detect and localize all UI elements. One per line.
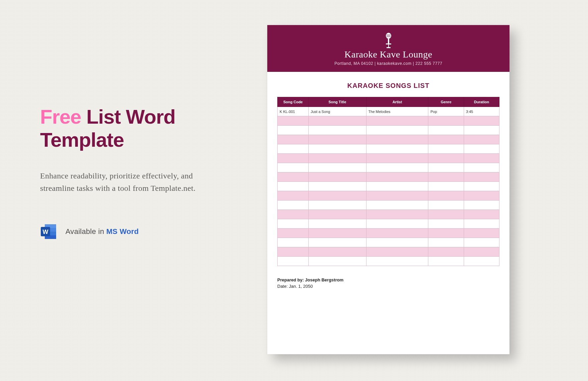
table-row — [278, 116, 499, 126]
cell-artist — [366, 163, 428, 172]
cell-title — [308, 182, 366, 191]
col-header-duration: Duration — [464, 97, 499, 107]
prepared-block: Prepared by: Joseph Bergstrom Date: Jan.… — [277, 277, 499, 289]
promo-text-block: Free List Word Template Enhance readabil… — [40, 105, 237, 240]
subtext: Enhance readability, prioritize effectiv… — [40, 170, 227, 195]
cell-artist — [366, 126, 428, 135]
cell-code — [278, 135, 309, 144]
cell-artist — [366, 116, 428, 126]
table-row — [278, 219, 499, 229]
table-row — [278, 201, 499, 210]
availability-app: MS Word — [106, 227, 139, 236]
cell-title — [308, 144, 366, 154]
svg-rect-9 — [386, 43, 391, 44]
cell-title — [308, 210, 366, 219]
cell-genre — [428, 247, 464, 257]
table-row — [278, 144, 499, 154]
availability-prefix: Available in — [65, 227, 106, 236]
cell-title — [308, 172, 366, 182]
cell-duration — [464, 201, 499, 210]
cell-genre — [428, 238, 464, 247]
cell-title — [308, 154, 366, 163]
cell-title — [308, 135, 366, 144]
cell-code — [278, 229, 309, 238]
date-value: Jan. 1, 2050 — [289, 284, 313, 289]
cell-genre: Pop — [428, 107, 464, 116]
table-row — [278, 210, 499, 219]
cell-duration — [464, 116, 499, 126]
cell-genre — [428, 172, 464, 182]
cell-title — [308, 247, 366, 257]
cell-genre — [428, 229, 464, 238]
cell-duration — [464, 182, 499, 191]
table-row — [278, 163, 499, 172]
headline-free: Free — [40, 106, 81, 128]
cell-title — [308, 116, 366, 126]
cell-artist — [366, 229, 428, 238]
cell-code — [278, 257, 309, 266]
cell-code — [278, 116, 309, 126]
microphone-icon — [382, 32, 395, 48]
cell-code: K KL-001 — [278, 107, 309, 116]
cell-genre — [428, 210, 464, 219]
ms-word-icon: W — [40, 223, 57, 240]
cell-artist — [366, 172, 428, 182]
cell-genre — [428, 154, 464, 163]
cell-genre — [428, 219, 464, 229]
cell-code — [278, 144, 309, 154]
cell-duration — [464, 191, 499, 201]
cell-genre — [428, 126, 464, 135]
cell-code — [278, 238, 309, 247]
cell-genre — [428, 135, 464, 144]
cell-code — [278, 247, 309, 257]
cell-artist: The Melodies — [366, 107, 428, 116]
date-label: Date: — [277, 284, 289, 289]
headline: Free List Word Template — [40, 105, 237, 151]
table-row: K KL-001Just a SongThe MelodiesPop3:45 — [278, 107, 499, 116]
table-row — [278, 238, 499, 247]
availability-text: Available in MS Word — [65, 227, 139, 236]
svg-rect-11 — [387, 47, 391, 48]
cell-artist — [366, 182, 428, 191]
cell-genre — [428, 182, 464, 191]
cell-duration — [464, 126, 499, 135]
brand-name: Karaoke Kave Lounge — [271, 49, 506, 60]
date-line: Date: Jan. 1, 2050 — [277, 284, 499, 289]
table-row — [278, 154, 499, 163]
cell-title — [308, 163, 366, 172]
cell-code — [278, 219, 309, 229]
col-header-artist: Artist — [366, 97, 428, 107]
cell-title: Just a Song — [308, 107, 366, 116]
prepared-label: Prepared by: — [277, 277, 305, 282]
cell-genre — [428, 191, 464, 201]
cell-code — [278, 191, 309, 201]
svg-rect-10 — [388, 44, 389, 47]
cell-duration — [464, 172, 499, 182]
cell-artist — [366, 154, 428, 163]
svg-text:W: W — [43, 229, 48, 235]
cell-duration — [464, 154, 499, 163]
cell-genre — [428, 163, 464, 172]
cell-duration: 3:45 — [464, 107, 499, 116]
cell-title — [308, 238, 366, 247]
cell-artist — [366, 257, 428, 266]
table-row — [278, 229, 499, 238]
cell-duration — [464, 257, 499, 266]
cell-code — [278, 163, 309, 172]
doc-header: Karaoke Kave Lounge Portland, MA 04102 |… — [267, 25, 509, 72]
cell-artist — [366, 135, 428, 144]
brand-subline: Portland, MA 04102 | karaokekave.com | 2… — [271, 61, 506, 66]
cell-artist — [366, 201, 428, 210]
cell-title — [308, 126, 366, 135]
cell-genre — [428, 116, 464, 126]
table-row — [278, 247, 499, 257]
cell-artist — [366, 219, 428, 229]
cell-duration — [464, 229, 499, 238]
cell-duration — [464, 163, 499, 172]
cell-duration — [464, 247, 499, 257]
cell-artist — [366, 144, 428, 154]
table-row — [278, 191, 499, 201]
col-header-genre: Genre — [428, 97, 464, 107]
songs-table: Song Code Song Title Artist Genre Durati… — [277, 97, 499, 266]
cell-code — [278, 126, 309, 135]
